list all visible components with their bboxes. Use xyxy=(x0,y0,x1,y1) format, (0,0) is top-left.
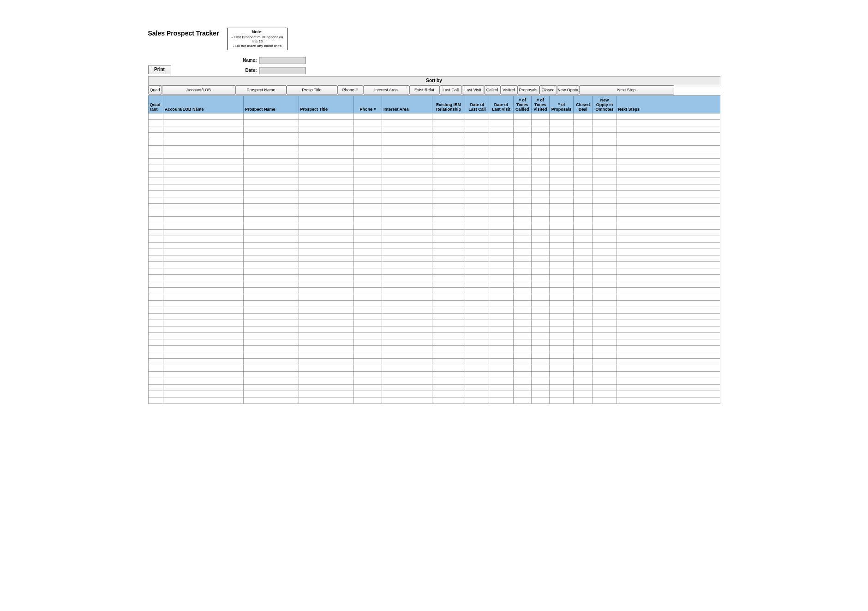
table-cell[interactable] xyxy=(354,274,382,281)
table-cell[interactable] xyxy=(549,139,573,145)
table-cell[interactable] xyxy=(593,365,617,371)
table-cell[interactable] xyxy=(574,281,593,287)
table-cell[interactable] xyxy=(513,365,531,371)
table-cell[interactable] xyxy=(354,119,382,126)
table-cell[interactable] xyxy=(593,268,617,274)
table-cell[interactable] xyxy=(549,210,573,216)
table-cell[interactable] xyxy=(489,391,513,397)
table-cell[interactable] xyxy=(163,352,244,358)
table-cell[interactable] xyxy=(354,171,382,178)
table-cell[interactable] xyxy=(465,126,489,132)
table-cell[interactable] xyxy=(354,229,382,236)
table-cell[interactable] xyxy=(489,132,513,139)
table-cell[interactable] xyxy=(549,294,573,300)
table-cell[interactable] xyxy=(465,332,489,339)
table-cell[interactable] xyxy=(549,236,573,242)
table-cell[interactable] xyxy=(243,345,299,352)
table-cell[interactable] xyxy=(432,171,465,178)
table-cell[interactable] xyxy=(243,139,299,145)
table-cell[interactable] xyxy=(354,287,382,294)
table-cell[interactable] xyxy=(382,145,432,152)
table-cell[interactable] xyxy=(549,216,573,223)
table-cell[interactable] xyxy=(531,203,549,210)
table-cell[interactable] xyxy=(489,152,513,158)
table-cell[interactable] xyxy=(299,352,354,358)
table-cell[interactable] xyxy=(354,294,382,300)
table-cell[interactable] xyxy=(489,352,513,358)
table-cell[interactable] xyxy=(593,158,617,165)
table-cell[interactable] xyxy=(513,352,531,358)
table-cell[interactable] xyxy=(593,132,617,139)
table-cell[interactable] xyxy=(148,158,163,165)
table-cell[interactable] xyxy=(163,287,244,294)
table-cell[interactable] xyxy=(593,378,617,384)
table-cell[interactable] xyxy=(243,274,299,281)
table-cell[interactable] xyxy=(617,203,720,210)
table-cell[interactable] xyxy=(513,249,531,255)
table-cell[interactable] xyxy=(617,236,720,242)
table-cell[interactable] xyxy=(299,178,354,184)
table-cell[interactable] xyxy=(432,178,465,184)
table-cell[interactable] xyxy=(382,229,432,236)
table-cell[interactable] xyxy=(617,391,720,397)
table-cell[interactable] xyxy=(465,294,489,300)
table-cell[interactable] xyxy=(299,158,354,165)
table-cell[interactable] xyxy=(549,274,573,281)
table-cell[interactable] xyxy=(531,184,549,190)
table-cell[interactable] xyxy=(382,397,432,403)
table-cell[interactable] xyxy=(148,294,163,300)
table-cell[interactable] xyxy=(243,358,299,365)
table-cell[interactable] xyxy=(574,216,593,223)
sort-btn-proposals[interactable]: Proposals xyxy=(517,85,539,95)
table-cell[interactable] xyxy=(465,242,489,249)
table-cell[interactable] xyxy=(531,391,549,397)
table-cell[interactable] xyxy=(243,268,299,274)
table-cell[interactable] xyxy=(513,358,531,365)
table-cell[interactable] xyxy=(513,261,531,268)
table-cell[interactable] xyxy=(243,294,299,300)
table-cell[interactable] xyxy=(617,210,720,216)
table-cell[interactable] xyxy=(574,255,593,261)
table-cell[interactable] xyxy=(531,190,549,197)
table-cell[interactable] xyxy=(593,229,617,236)
table-cell[interactable] xyxy=(531,255,549,261)
table-cell[interactable] xyxy=(148,378,163,384)
sort-btn-closed[interactable]: Closed xyxy=(539,85,557,95)
table-cell[interactable] xyxy=(593,307,617,313)
table-cell[interactable] xyxy=(465,397,489,403)
table-cell[interactable] xyxy=(432,126,465,132)
table-cell[interactable] xyxy=(299,139,354,145)
table-cell[interactable] xyxy=(513,332,531,339)
table-cell[interactable] xyxy=(243,190,299,197)
table-cell[interactable] xyxy=(593,281,617,287)
table-cell[interactable] xyxy=(299,371,354,378)
table-cell[interactable] xyxy=(617,281,720,287)
table-cell[interactable] xyxy=(299,313,354,320)
table-cell[interactable] xyxy=(513,113,531,119)
table-cell[interactable] xyxy=(465,197,489,203)
table-cell[interactable] xyxy=(617,216,720,223)
table-cell[interactable] xyxy=(354,145,382,152)
table-cell[interactable] xyxy=(549,190,573,197)
table-cell[interactable] xyxy=(531,365,549,371)
table-cell[interactable] xyxy=(243,229,299,236)
table-cell[interactable] xyxy=(354,249,382,255)
table-cell[interactable] xyxy=(549,255,573,261)
table-cell[interactable] xyxy=(354,223,382,229)
table-cell[interactable] xyxy=(531,139,549,145)
table-cell[interactable] xyxy=(382,178,432,184)
table-cell[interactable] xyxy=(574,261,593,268)
table-cell[interactable] xyxy=(382,345,432,352)
table-cell[interactable] xyxy=(243,249,299,255)
table-cell[interactable] xyxy=(531,339,549,345)
table-cell[interactable] xyxy=(382,132,432,139)
table-cell[interactable] xyxy=(243,145,299,152)
table-cell[interactable] xyxy=(354,397,382,403)
table-cell[interactable] xyxy=(617,397,720,403)
table-cell[interactable] xyxy=(574,210,593,216)
table-cell[interactable] xyxy=(465,113,489,119)
table-cell[interactable] xyxy=(382,236,432,242)
table-cell[interactable] xyxy=(148,261,163,268)
table-cell[interactable] xyxy=(382,158,432,165)
table-cell[interactable] xyxy=(513,236,531,242)
